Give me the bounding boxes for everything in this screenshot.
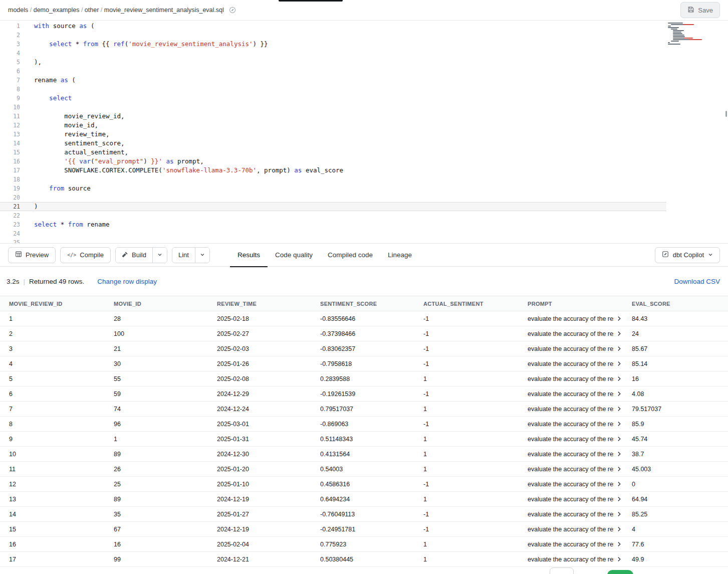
code-line[interactable]: 15 actual_sentiment, (0, 148, 666, 157)
cell-eval-score: 84.43 (623, 315, 728, 322)
tab-compiled-code[interactable]: Compiled code (320, 244, 380, 267)
tab-code-quality[interactable]: Code quality (268, 244, 320, 267)
cell-actual-sentiment: -1 (414, 421, 519, 428)
column-header-eval_score[interactable]: EVAL_SCORE (623, 301, 728, 307)
table-row: 21002025-02-27-0.37398466-1evaluate the … (0, 326, 728, 341)
editor-scrollbar[interactable] (725, 111, 727, 117)
query-duration: 3.2s (7, 278, 20, 285)
prompt-text: evaluate the accuracy of the res... (528, 360, 614, 367)
table-row: 5552025-02-080.28395881evaluate the accu… (0, 371, 728, 387)
expand-cell-icon[interactable] (616, 526, 622, 532)
code-lines[interactable]: 1with source as (23 select * from {{ ref… (0, 21, 728, 244)
cell-actual-sentiment: 1 (414, 451, 519, 458)
code-line[interactable]: 1with source as ( (0, 22, 666, 31)
cell-review-time: 2025-03-01 (208, 421, 311, 428)
column-header-actual_sentiment[interactable]: ACTUAL_SENTIMENT (414, 301, 519, 307)
file-edit-icon[interactable] (229, 7, 236, 14)
expand-cell-icon[interactable] (616, 556, 622, 562)
code-line[interactable]: 20 (0, 193, 666, 202)
code-line[interactable]: 18 (0, 175, 666, 184)
column-header-prompt[interactable]: PROMPT (519, 301, 623, 307)
table-row: 4302025-01-26-0.7958618-1evaluate the ac… (0, 356, 728, 371)
expand-cell-icon[interactable] (616, 481, 622, 487)
save-button[interactable]: Save (680, 2, 720, 18)
status-pill-green[interactable] (607, 570, 633, 574)
code-line[interactable]: 24 (0, 229, 666, 238)
tab-lineage[interactable]: Lineage (380, 244, 419, 267)
cell-prompt: evaluate the accuracy of the res... (519, 451, 623, 458)
minimap-line (673, 36, 685, 37)
column-header-review_time[interactable]: REVIEW_TIME (208, 301, 311, 307)
code-line[interactable]: 8 (0, 85, 666, 94)
cell-movie-id: 35 (105, 511, 208, 518)
code-text: with source as ( (34, 22, 94, 31)
column-header-sentiment_score[interactable]: SENTIMENT_SCORE (311, 301, 414, 307)
code-line[interactable]: 2 (0, 31, 666, 40)
expand-cell-icon[interactable] (616, 346, 622, 351)
column-header-movie_review_id[interactable]: MOVIE_REVIEW_ID (0, 301, 105, 307)
cell-sentiment-score: -0.19261539 (311, 391, 414, 398)
code-line[interactable]: 7rename as ( (0, 76, 666, 85)
code-line[interactable]: 23select * from rename (0, 220, 666, 229)
tab-results[interactable]: Results (230, 244, 268, 267)
column-header-movie_id[interactable]: MOVIE_ID (105, 301, 208, 307)
minimap[interactable] (668, 23, 724, 45)
line-number: 24 (0, 229, 22, 238)
expand-cell-icon[interactable] (616, 496, 622, 502)
code-line[interactable]: 12 movie_id, (0, 121, 666, 130)
code-line[interactable]: 25 (0, 238, 666, 244)
expand-cell-icon[interactable] (616, 316, 622, 321)
cell-actual-sentiment: 1 (414, 375, 519, 382)
code-line[interactable]: 11 movie_review_id, (0, 112, 666, 121)
expand-cell-icon[interactable] (616, 511, 622, 517)
cell-prompt: evaluate the accuracy of the res... (519, 436, 623, 443)
code-line[interactable]: 4 (0, 49, 666, 58)
expand-cell-icon[interactable] (616, 421, 622, 427)
lint-button[interactable]: Lint (172, 248, 195, 263)
code-line[interactable]: 5), (0, 58, 666, 67)
preview-button[interactable]: Preview (8, 247, 56, 263)
build-dropdown-button[interactable] (152, 248, 167, 263)
code-line[interactable]: 22 (0, 211, 666, 220)
code-line[interactable]: 13 review_time, (0, 130, 666, 139)
download-csv-link[interactable]: Download CSV (674, 278, 720, 285)
code-line[interactable]: 3 select * from {{ ref('movie_review_sen… (0, 40, 666, 49)
breadcrumb-item[interactable]: movie_review_sentiment_analysis_eval.sql (104, 7, 224, 14)
build-button[interactable]: Build (116, 248, 152, 263)
expand-cell-icon[interactable] (616, 361, 622, 366)
expand-cell-icon[interactable] (616, 376, 622, 381)
code-line[interactable]: 19 from source (0, 184, 666, 193)
expand-cell-icon[interactable] (616, 331, 622, 336)
expand-cell-icon[interactable] (616, 406, 622, 412)
lint-dropdown-button[interactable] (195, 248, 209, 263)
breadcrumb-item[interactable]: models (8, 7, 28, 14)
line-number: 3 (0, 40, 22, 49)
change-row-display-link[interactable]: Change row display (97, 278, 157, 285)
code-line[interactable]: 21) (0, 202, 666, 211)
code-line[interactable]: 9 select (0, 94, 666, 103)
compile-button[interactable]: </> Compile (60, 247, 111, 263)
expand-cell-icon[interactable] (616, 436, 622, 442)
breadcrumb-item[interactable]: other (85, 7, 99, 14)
code-line[interactable]: 17 SNOWFLAKE.CORTEX.COMPLETE('snowflake-… (0, 166, 666, 175)
expand-cell-icon[interactable] (616, 541, 622, 547)
cell-review-time: 2025-02-03 (208, 345, 311, 352)
cell-eval-score: 49.9 (623, 556, 728, 563)
expand-cell-icon[interactable] (616, 451, 622, 457)
results-table: MOVIE_REVIEW_IDMOVIE_IDREVIEW_TIMESENTIM… (0, 296, 728, 567)
code-editor[interactable]: 1with source as (23 select * from {{ ref… (0, 21, 728, 244)
cell-sentiment-score: -0.24951781 (311, 526, 414, 533)
breadcrumb-item[interactable]: demo_examples (34, 7, 80, 14)
bottom-toolbar-button[interactable] (550, 567, 574, 574)
dbt-copilot-button[interactable]: dbt Copilot (655, 247, 720, 263)
cell-movie-review-id: 8 (0, 421, 105, 428)
cell-review-time: 2025-01-27 (208, 511, 311, 518)
code-line[interactable]: 16 '{{ var("eval_prompt") }}' as prompt, (0, 157, 666, 166)
code-line[interactable]: 14 sentiment_score, (0, 139, 666, 148)
code-line[interactable]: 10 (0, 103, 666, 112)
code-line[interactable]: 6 (0, 67, 666, 76)
build-icon (122, 251, 128, 259)
expand-cell-icon[interactable] (616, 391, 622, 397)
compile-icon: </> (67, 252, 76, 258)
expand-cell-icon[interactable] (616, 466, 622, 472)
